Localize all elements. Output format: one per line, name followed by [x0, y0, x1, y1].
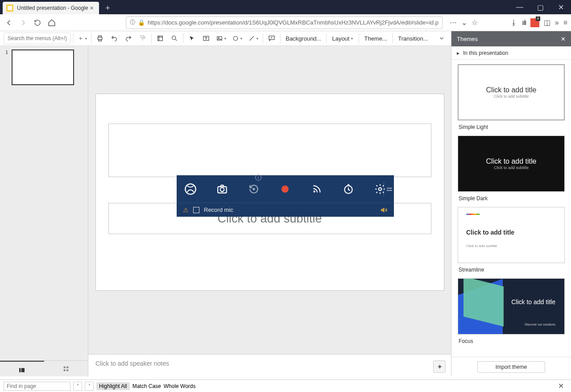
- slides-favicon-icon: [6, 4, 13, 12]
- slides-toolbar: ＋: [0, 31, 451, 46]
- svg-point-21: [314, 190, 315, 192]
- themes-subheader[interactable]: ▸ In this presentation: [451, 46, 571, 60]
- theme-simple-light[interactable]: Click to add title Click to add subtitle: [458, 64, 565, 120]
- page-actions-icon[interactable]: ⋯: [450, 18, 457, 27]
- back-button[interactable]: [4, 17, 14, 28]
- title-placeholder[interactable]: [108, 124, 431, 177]
- grid-view-button[interactable]: [44, 361, 88, 376]
- record-mic-checkbox[interactable]: [193, 207, 199, 213]
- insert-comment-button[interactable]: [266, 33, 277, 44]
- find-prev-button[interactable]: ˄: [73, 382, 82, 391]
- filmstrip-view-button[interactable]: [0, 361, 44, 376]
- zoom-button[interactable]: [169, 33, 180, 44]
- minimize-button[interactable]: —: [509, 0, 530, 14]
- warning-icon[interactable]: ⚠: [183, 206, 189, 214]
- browser-titlebar: Untitled presentation - Google × + — ▢ ✕: [0, 0, 571, 14]
- svg-rect-2: [99, 40, 102, 41]
- svg-rect-16: [66, 369, 68, 371]
- slide-thumbnail-preview: [12, 50, 74, 85]
- theme-streamline[interactable]: Click to add title Click to add subtitle: [458, 207, 565, 263]
- browser-tab[interactable]: Untitled presentation - Google ×: [3, 2, 99, 14]
- undo-button[interactable]: [108, 33, 120, 44]
- themes-header: Themes ✕: [451, 31, 571, 46]
- theme-focus[interactable]: Click to add title Discover our solution…: [458, 278, 565, 334]
- paint-format-button[interactable]: [137, 33, 149, 44]
- timer-icon[interactable]: [341, 182, 356, 197]
- adblock-badge-icon[interactable]: [530, 18, 539, 27]
- toolbar-overflow-icon[interactable]: [436, 33, 447, 44]
- find-input[interactable]: [4, 382, 70, 391]
- svg-rect-15: [63, 369, 65, 371]
- background-button[interactable]: Background...: [283, 33, 323, 44]
- pocket-icon[interactable]: ⌄: [461, 18, 467, 27]
- url-bar[interactable]: ⓘ 🔒 https://docs.google.com/presentation…: [126, 17, 443, 29]
- filmstrip-panel: 1: [0, 46, 88, 376]
- insert-line-button[interactable]: [247, 33, 260, 44]
- svg-rect-12: [21, 368, 25, 372]
- settings-gear-icon[interactable]: [372, 182, 388, 197]
- tab-close-icon[interactable]: ×: [88, 4, 95, 12]
- find-next-button[interactable]: ˅: [85, 382, 94, 391]
- themes-title: Themes: [457, 36, 478, 42]
- theme-button[interactable]: Theme...: [362, 33, 390, 44]
- svg-rect-14: [66, 366, 68, 368]
- close-window-button[interactable]: ✕: [550, 0, 571, 14]
- url-actions: ⋯ ⌄ ☆: [450, 18, 478, 27]
- match-case-toggle[interactable]: Match Case: [132, 383, 161, 389]
- redo-button[interactable]: [123, 33, 134, 44]
- bookmark-star-icon[interactable]: ☆: [472, 18, 478, 27]
- import-theme-row: Import theme: [451, 357, 571, 376]
- home-button[interactable]: [46, 17, 57, 28]
- reload-button[interactable]: [32, 17, 43, 28]
- slide-thumbnail[interactable]: 1: [5, 50, 83, 85]
- explore-button[interactable]: ✦: [433, 360, 446, 373]
- svg-point-20: [252, 188, 255, 190]
- svg-rect-1: [99, 36, 102, 37]
- find-bar: ˄ ˅ Highlight All Match Case Whole Words…: [0, 380, 571, 392]
- svg-rect-13: [63, 366, 65, 368]
- find-close-button[interactable]: ✕: [554, 382, 567, 390]
- record-last-icon[interactable]: [246, 182, 261, 197]
- xbox-icon[interactable]: [183, 182, 198, 197]
- overflow-icon[interactable]: »: [555, 19, 559, 27]
- slide-number: 1: [5, 50, 8, 85]
- collapse-icon: ▸: [457, 50, 459, 56]
- mute-icon[interactable]: [380, 206, 388, 214]
- import-theme-button[interactable]: Import theme: [477, 361, 546, 373]
- xbox-game-bar[interactable]: i ⚠ Record mic: [177, 175, 394, 217]
- themes-list: Click to add title Click to add subtitle…: [451, 60, 571, 357]
- theme-name-streamline: Streamline: [458, 266, 565, 276]
- zoom-fit-button[interactable]: [154, 33, 166, 44]
- speaker-notes[interactable]: Click to add speaker notes ✦: [88, 354, 451, 376]
- themes-close-icon[interactable]: ✕: [561, 36, 566, 42]
- url-text: https://docs.google.com/presentation/d/1…: [148, 19, 439, 26]
- site-info-icon[interactable]: ⓘ: [130, 19, 135, 26]
- print-button[interactable]: [94, 33, 106, 44]
- forward-button[interactable]: [18, 17, 29, 28]
- drag-handle-icon[interactable]: [387, 188, 392, 191]
- record-mic-label: Record mic: [204, 206, 233, 213]
- select-tool-button[interactable]: [186, 33, 198, 44]
- insert-image-button[interactable]: [215, 33, 228, 44]
- gamebar-info-icon[interactable]: i: [255, 174, 261, 181]
- maximize-button[interactable]: ▢: [530, 0, 550, 14]
- svg-point-19: [220, 187, 224, 191]
- theme-simple-dark[interactable]: Click to add title Click to add subtitle: [458, 136, 565, 192]
- transition-button[interactable]: Transition...: [396, 33, 430, 44]
- record-button[interactable]: [277, 182, 293, 197]
- new-tab-button[interactable]: +: [102, 2, 114, 14]
- hamburger-menu-icon[interactable]: ≡: [563, 19, 567, 27]
- library-icon[interactable]: ıılı: [522, 19, 526, 27]
- themes-panel: Themes ✕ ▸ In this presentation Click to…: [451, 31, 571, 376]
- broadcast-icon[interactable]: [309, 182, 324, 197]
- insert-shape-button[interactable]: [231, 33, 244, 44]
- sidebar-icon[interactable]: ◫: [544, 18, 550, 27]
- highlight-all-toggle[interactable]: Highlight All: [96, 382, 130, 390]
- new-slide-button[interactable]: ＋: [76, 33, 88, 44]
- textbox-button[interactable]: [200, 33, 212, 44]
- downloads-icon[interactable]: ⭳: [510, 19, 517, 27]
- screenshot-icon[interactable]: [215, 182, 230, 197]
- whole-words-toggle[interactable]: Whole Words: [164, 383, 196, 389]
- layout-button[interactable]: Layout: [329, 33, 356, 44]
- menu-search-input[interactable]: [4, 33, 70, 44]
